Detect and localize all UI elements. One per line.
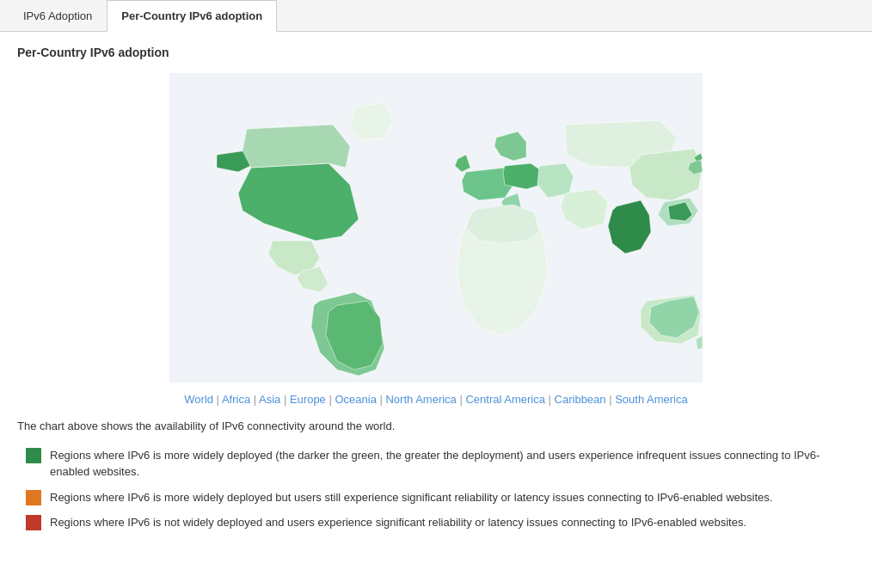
legend-color-red <box>26 515 41 530</box>
map-description: The chart above shows the availability o… <box>17 418 855 435</box>
region-link-central-america[interactable]: Central America <box>465 393 544 406</box>
legend-color-orange <box>26 490 41 505</box>
tab-ipv6-adoption[interactable]: IPv6 Adoption <box>9 0 107 32</box>
region-link-africa[interactable]: Africa <box>222 393 250 406</box>
region-link-oceania[interactable]: Oceania <box>335 393 376 406</box>
region-links: World | Africa | Asia | Europe | Oceania… <box>17 393 855 406</box>
legend-item-green: Regions where IPv6 is more widely deploy… <box>26 447 855 481</box>
legend-text-green: Regions where IPv6 is more widely deploy… <box>50 447 855 481</box>
region-link-north-america[interactable]: North America <box>385 393 456 406</box>
world-map <box>169 73 703 383</box>
main-content: Per-Country IPv6 adoption <box>0 32 872 545</box>
legend-text-red: Regions where IPv6 is not widely deploye… <box>50 514 746 531</box>
tab-per-country[interactable]: Per-Country IPv6 adoption <box>107 0 277 32</box>
map-container <box>17 73 855 383</box>
legend: Regions where IPv6 is more widely deploy… <box>17 447 855 531</box>
tab-bar: IPv6 Adoption Per-Country IPv6 adoption <box>0 0 872 32</box>
legend-item-red: Regions where IPv6 is not widely deploye… <box>26 514 855 531</box>
region-link-world[interactable]: World <box>184 393 213 406</box>
region-link-south-america[interactable]: South America <box>615 393 688 406</box>
legend-color-green <box>26 448 41 463</box>
legend-item-orange: Regions where IPv6 is more widely deploy… <box>26 489 855 506</box>
region-link-europe[interactable]: Europe <box>290 393 326 406</box>
region-link-caribbean[interactable]: Caribbean <box>555 393 606 406</box>
legend-text-orange: Regions where IPv6 is more widely deploy… <box>50 489 772 506</box>
region-link-asia[interactable]: Asia <box>259 393 280 406</box>
page-title: Per-Country IPv6 adoption <box>17 46 855 59</box>
